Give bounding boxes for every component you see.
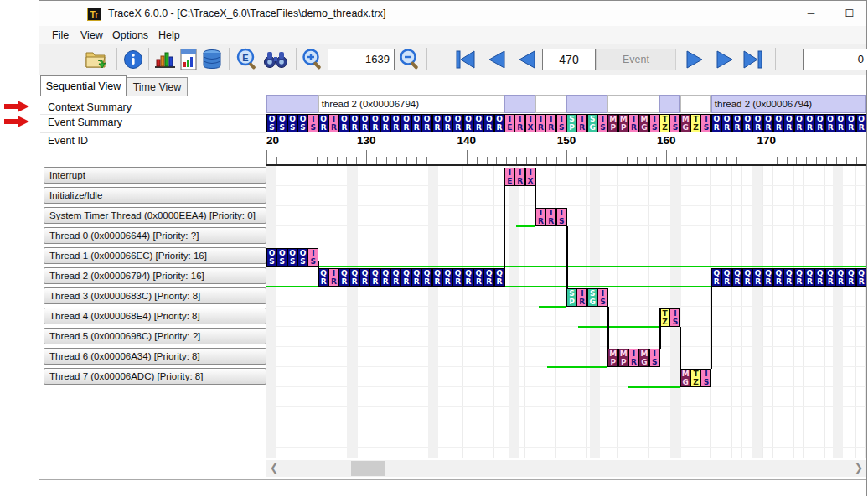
event-summary-block[interactable]: QR xyxy=(359,114,370,132)
event-block[interactable]: TZ xyxy=(659,308,670,327)
event-block[interactable]: IX xyxy=(525,168,536,186)
minimize-button[interactable]: ─ xyxy=(792,2,830,26)
context-button-10[interactable]: Thread 7 (0x00006ADC) [Priority: 8] xyxy=(44,368,266,385)
forward-fast-button[interactable] xyxy=(711,47,738,72)
event-summary-block[interactable]: QR xyxy=(845,114,856,132)
event-block[interactable]: QR xyxy=(783,268,794,287)
event-block[interactable]: IS xyxy=(700,369,711,387)
event-summary-block[interactable]: QR xyxy=(432,114,443,132)
event-summary-block[interactable]: QR xyxy=(349,114,360,132)
zoom-in-button[interactable] xyxy=(299,47,326,72)
event-block[interactable]: IS xyxy=(556,208,567,226)
event-block[interactable]: IR xyxy=(576,288,587,307)
event-summary-block[interactable]: MG xyxy=(638,114,649,132)
event-summary-block[interactable]: QR xyxy=(390,114,401,132)
event-summary-block[interactable]: QR xyxy=(411,114,422,132)
context-button-9[interactable]: Thread 6 (0x00006A34) [Priority: 8] xyxy=(44,348,266,365)
event-summary-block[interactable]: QR xyxy=(752,114,763,132)
zoom-out-button[interactable] xyxy=(396,47,423,72)
sequential-view-canvas[interactable]: QSQSQSQSISQRIRQRQRQRQRQRQRQRQRQRQRQRQRQR… xyxy=(266,166,866,458)
event-block[interactable]: MP xyxy=(618,349,629,367)
event-block[interactable]: QR xyxy=(721,268,732,287)
event-summary-block[interactable]: QR xyxy=(711,114,722,132)
find-event-button[interactable]: E xyxy=(234,47,261,72)
event-summary-block[interactable]: QR xyxy=(835,114,846,132)
event-block[interactable]: MG xyxy=(638,349,649,367)
event-summary-block[interactable]: QR xyxy=(804,114,815,132)
event-summary-block[interactable]: MP xyxy=(618,114,629,132)
event-summary-block[interactable]: IS xyxy=(669,114,680,132)
event-block[interactable]: QR xyxy=(380,268,391,287)
event-number-input[interactable]: 470 xyxy=(542,49,596,70)
event-summary-block[interactable]: QR xyxy=(318,114,329,132)
context-segment-0[interactable] xyxy=(266,95,318,113)
event-summary-block[interactable]: QR xyxy=(400,114,411,132)
event-block[interactable]: QR xyxy=(494,268,505,287)
event-block[interactable]: QS xyxy=(297,248,308,267)
zoom-scale-input[interactable]: 1639 xyxy=(328,49,395,70)
event-block[interactable]: IS xyxy=(307,248,318,267)
event-summary-block[interactable]: QS xyxy=(297,114,308,132)
event-summary-block[interactable]: QR xyxy=(763,114,774,132)
context-button-5[interactable]: Thread 2 (0x00006794) [Priority: 16] xyxy=(44,267,266,284)
event-summary-block[interactable]: TZ xyxy=(690,114,701,132)
tab-time-view[interactable]: Time View xyxy=(127,77,188,96)
event-block[interactable]: IR xyxy=(514,168,525,186)
scrollbar-thumb[interactable] xyxy=(351,461,385,476)
menu-item-file[interactable]: File xyxy=(49,28,72,42)
event-block[interactable]: IR xyxy=(545,208,556,226)
event-summary-block[interactable]: IR xyxy=(545,114,556,132)
event-summary-block[interactable]: QR xyxy=(473,114,484,132)
event-block[interactable]: QR xyxy=(804,268,815,287)
event-summary-block[interactable]: QS xyxy=(266,114,277,132)
event-block[interactable]: IS xyxy=(597,288,608,307)
event-block[interactable]: IS xyxy=(649,349,660,367)
event-block[interactable]: TZ xyxy=(690,369,701,387)
event-block[interactable]: QS xyxy=(276,248,287,267)
event-block[interactable]: QR xyxy=(825,268,836,287)
event-summary-block[interactable]: MG xyxy=(680,114,691,132)
context-button-6[interactable]: Thread 3 (0x0000683C) [Priority: 8] xyxy=(44,287,266,304)
event-summary-block[interactable]: IE xyxy=(504,114,515,132)
event-block[interactable]: IR xyxy=(328,268,339,287)
event-block[interactable]: QR xyxy=(773,268,784,287)
event-summary-block[interactable]: IR xyxy=(628,114,639,132)
go-first-button[interactable] xyxy=(452,47,478,72)
context-segment-5[interactable] xyxy=(607,95,659,113)
event-block[interactable]: QR xyxy=(318,268,329,287)
event-block[interactable]: SG xyxy=(587,288,598,307)
event-summary-block[interactable]: TZ xyxy=(659,114,670,132)
event-block[interactable]: QR xyxy=(432,268,443,287)
event-summary-block[interactable]: QR xyxy=(814,114,825,132)
context-segment-2[interactable] xyxy=(504,95,535,113)
event-summary-block[interactable]: QR xyxy=(452,114,463,132)
event-summary-block[interactable]: MP xyxy=(607,114,618,132)
event-summary-block[interactable]: IR xyxy=(576,114,587,132)
event-summary-block[interactable]: QR xyxy=(369,114,380,132)
event-summary-block[interactable]: QR xyxy=(721,114,732,132)
event-block[interactable]: QR xyxy=(390,268,401,287)
event-block[interactable]: QR xyxy=(835,268,846,287)
event-block[interactable]: QR xyxy=(814,268,825,287)
scroll-left-icon[interactable]: ❮ xyxy=(270,462,278,474)
event-block[interactable]: SP xyxy=(566,288,577,307)
context-button-7[interactable]: Thread 4 (0x000068E4) [Priority: 8] xyxy=(44,308,266,324)
scroll-right-icon[interactable]: ❯ xyxy=(855,462,863,474)
event-summary-block[interactable]: IR xyxy=(514,114,525,132)
event-summary-block[interactable]: QS xyxy=(276,114,287,132)
delta-input[interactable]: 0 xyxy=(803,49,868,70)
event-summary-block[interactable]: IS xyxy=(597,114,608,132)
context-button-1[interactable]: Initialize/Idle xyxy=(44,187,266,204)
event-summary-block[interactable]: QR xyxy=(783,114,794,132)
context-segment-3[interactable] xyxy=(535,95,566,113)
event-summary-block[interactable]: SP xyxy=(566,114,577,132)
context-segment-6[interactable] xyxy=(659,95,680,113)
event-block[interactable]: QR xyxy=(400,268,411,287)
event-block[interactable]: MG xyxy=(680,369,691,387)
event-block[interactable]: QR xyxy=(856,268,866,287)
event-block[interactable]: QS xyxy=(266,248,277,267)
context-segment-1[interactable]: thread 2 (0x00006794) xyxy=(318,95,504,113)
event-summary-block[interactable]: QR xyxy=(494,114,505,132)
event-block[interactable]: QS xyxy=(287,248,298,267)
menu-item-options[interactable]: Options xyxy=(109,28,152,42)
